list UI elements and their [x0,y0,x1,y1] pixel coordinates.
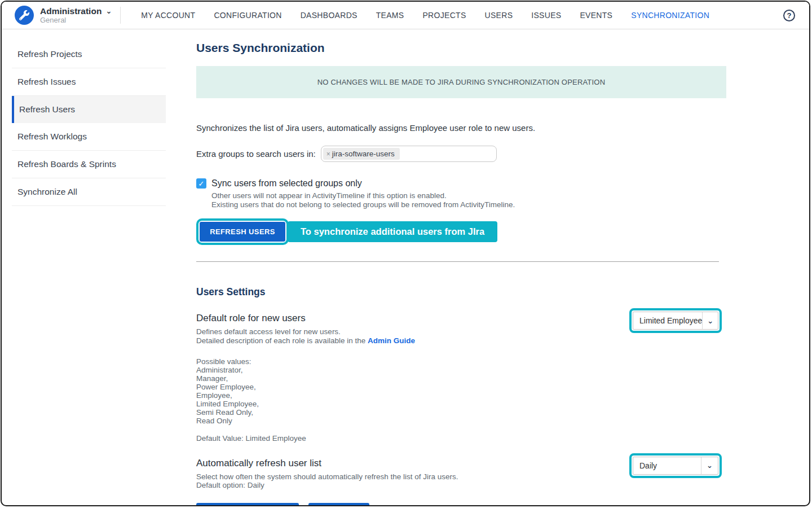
default-role-dropdown[interactable]: Limited Employee ⌄ [633,312,718,330]
extra-groups-label: Extra groups to search users in: [196,149,316,159]
users-settings-heading: Users Settings [196,286,722,298]
refresh-users-highlight: REFRESH USERS [196,218,289,245]
app-window: Administration ⌄ General MY ACCOUNT CONF… [1,1,810,506]
auto-refresh-dropdown[interactable]: Daily ⌄ [633,457,718,475]
wrench-icon [15,6,34,25]
header-divider [120,7,121,24]
possible-values-list: Possible values: Administrator, Manager,… [196,357,415,425]
default-role-description: Defines default access level for new use… [196,327,415,345]
nav-my-account[interactable]: MY ACCOUNT [141,11,195,20]
default-role-dropdown-value: Limited Employee [633,316,702,325]
brand-text: Administration ⌄ General [40,7,112,24]
nav-issues[interactable]: ISSUES [531,11,561,20]
chevron-down-icon[interactable]: ⌄ [701,461,718,470]
extra-groups-input[interactable]: × jira-software-users [321,146,497,162]
remove-tag-icon[interactable]: × [326,150,330,158]
default-value-text: Default Value: Limited Employee [196,434,415,443]
chevron-down-icon[interactable]: ⌄ [703,317,718,325]
info-banner: NO CHANGES WILL BE MADE TO JIRA DURING S… [196,66,726,98]
sidebar-item-refresh-boards-sprints[interactable]: Refresh Boards & Sprints [12,151,166,178]
nav-users[interactable]: USERS [485,11,513,20]
cancel-button[interactable]: CANCEL [308,503,370,506]
nav-events[interactable]: EVENTS [580,11,612,20]
section-divider [196,261,719,262]
nav-dashboards[interactable]: DASHBOARDS [301,11,358,20]
default-role-title: Default role for new users [196,313,415,324]
main-content: Users Synchronization NO CHANGES WILL BE… [176,29,809,505]
sidebar-item-refresh-worklogs[interactable]: Refresh Worklogs [12,123,166,151]
top-nav-bar: Administration ⌄ General MY ACCOUNT CONF… [2,2,809,29]
chevron-down-icon: ⌄ [105,7,112,15]
brand-title: Administration [40,7,102,16]
sidebar-item-refresh-users[interactable]: Refresh Users [12,96,166,123]
auto-refresh-dropdown-value: Daily [633,461,701,470]
administration-menu[interactable]: Administration ⌄ General [2,6,112,25]
sidebar-item-synchronize-all[interactable]: Synchronize All [12,178,166,206]
auto-refresh-highlight: Daily ⌄ [629,453,722,478]
refresh-users-button[interactable]: REFRESH USERS [200,222,285,242]
refresh-users-callout: To synchronize additional users from JIr… [288,221,497,242]
update-settings-button[interactable]: UPDATE SETTINGS [196,503,299,506]
sync-description: Synchronizes the list of Jira users, aut… [196,123,809,133]
sidebar-item-refresh-issues[interactable]: Refresh Issues [12,68,166,96]
checkbox-help-text: Other users will not appear in ActivityT… [211,191,809,209]
check-icon: ✓ [198,179,205,188]
auto-refresh-setting: Automatically refresh user list Select h… [196,458,458,490]
auto-refresh-title: Automatically refresh user list [196,458,458,469]
sidebar: Refresh Projects Refresh Issues Refresh … [2,29,176,505]
main-nav: MY ACCOUNT CONFIGURATION DASHBOARDS TEAM… [141,11,709,20]
admin-guide-link[interactable]: Admin Guide [368,336,415,345]
group-tag-label: jira-software-users [332,150,395,158]
group-tag: × jira-software-users [323,148,400,160]
brand-subtitle: General [40,16,112,24]
nav-synchronization[interactable]: SYNCHRONIZATION [631,11,709,20]
default-role-highlight: Limited Employee ⌄ [629,308,722,333]
nav-teams[interactable]: TEAMS [376,11,404,20]
default-role-setting: Default role for new users Defines defau… [196,313,415,442]
page-title: Users Synchronization [196,41,809,55]
auto-refresh-description: Select how often the system should autom… [196,472,458,490]
nav-configuration[interactable]: CONFIGURATION [214,11,281,20]
help-icon[interactable]: ? [783,10,795,21]
sync-groups-checkbox-label[interactable]: Sync users from selected groups only [211,178,362,189]
nav-projects[interactable]: PROJECTS [422,11,466,20]
sidebar-item-refresh-projects[interactable]: Refresh Projects [12,41,166,68]
sync-groups-checkbox[interactable]: ✓ [196,178,206,189]
